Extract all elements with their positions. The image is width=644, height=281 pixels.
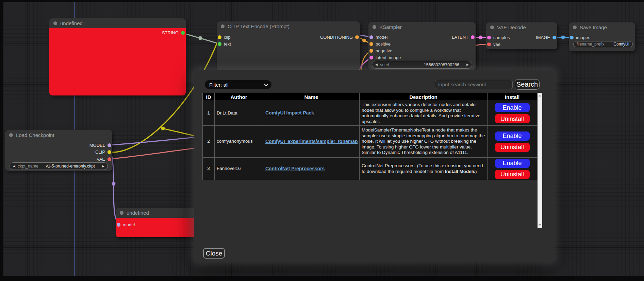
search-button[interactable]: Search xyxy=(515,79,540,90)
seed-widget-label: seed xyxy=(380,63,389,67)
extension-id: 3 xyxy=(203,158,215,180)
wire-dot-blue[interactable] xyxy=(561,36,565,39)
scrollbar-up-arrow[interactable] xyxy=(538,93,542,98)
table-scrollbar[interactable] xyxy=(538,93,542,228)
node-ksampler[interactable]: KSampler model positive negative latent_… xyxy=(368,22,476,70)
text-input-dot[interactable] xyxy=(218,42,221,46)
clip-output-dot[interactable] xyxy=(108,150,111,154)
seed-widget[interactable]: ◀ seed 156680208700286 ▶ xyxy=(372,61,472,69)
output-slot-model[interactable]: MODEL xyxy=(89,142,111,148)
ckpt-name-widget[interactable]: ◀ ckpt_name v1-5-pruned-emaonly.ckpt ▶ xyxy=(10,162,108,170)
clip-input-dot[interactable] xyxy=(218,35,221,39)
node-collapse-dot[interactable] xyxy=(221,24,225,28)
negative-input-dot[interactable] xyxy=(369,49,373,53)
extension-author: comfyanonymous xyxy=(215,126,263,158)
conditioning-output-dot[interactable] xyxy=(355,35,359,39)
input-slot-samples[interactable]: samples xyxy=(487,34,510,41)
extension-manager-dialog: Filter: all Search IDAuthorNameDescripti… xyxy=(194,70,555,262)
table-header-row: IDAuthorNameDescriptionInstall xyxy=(203,93,537,101)
extension-link[interactable]: ComfyUI Impact Pack xyxy=(265,110,314,116)
input-slot-images[interactable]: images xyxy=(570,34,590,41)
ckpt-name-value: v1-5-pruned-emaonly.ckpt xyxy=(41,164,100,169)
wire-dot-purple[interactable] xyxy=(112,182,116,186)
enable-button[interactable]: Enable xyxy=(495,103,530,112)
vae-output-dot[interactable] xyxy=(108,157,111,161)
model-input-dot[interactable] xyxy=(117,223,120,227)
output-slot-conditioning[interactable]: CONDITIONING xyxy=(320,34,359,40)
seed-increment-arrow[interactable]: ▶ xyxy=(466,63,469,66)
missing-node-body xyxy=(49,28,186,95)
extension-row: 3Fannovel16ControlNet PreprocessorsContr… xyxy=(203,158,537,180)
seed-decrement-arrow[interactable]: ◀ xyxy=(375,63,378,66)
extension-link[interactable]: ComfyUI_experiments/sampler_tonemap xyxy=(265,139,358,144)
close-button[interactable]: Close xyxy=(203,248,225,259)
output-slot-clip[interactable]: CLIP xyxy=(95,148,111,155)
uninstall-button[interactable]: Uninstall xyxy=(495,143,530,152)
output-slot-string[interactable]: STRING xyxy=(162,29,185,36)
output-slot-vae[interactable]: VAE xyxy=(97,156,111,162)
enable-button[interactable]: Enable xyxy=(495,159,530,168)
node-collapse-dot[interactable] xyxy=(9,133,13,137)
positive-input-dot[interactable] xyxy=(369,42,373,46)
input-slot-vae[interactable]: vae xyxy=(487,41,500,48)
filename-prefix-widget[interactable]: filename_prefix ComfyUI xyxy=(573,41,633,47)
model-output-dot[interactable] xyxy=(108,143,111,147)
latent-output-dot[interactable] xyxy=(471,35,475,39)
input-slot-text[interactable]: text xyxy=(218,40,231,47)
latent-image-input-dot[interactable] xyxy=(369,56,373,59)
string-output-dot[interactable] xyxy=(181,31,185,35)
node-collapse-dot[interactable] xyxy=(573,25,577,29)
images-input-dot[interactable] xyxy=(570,36,574,39)
scrollbar-down-arrow[interactable] xyxy=(538,223,542,227)
seed-widget-value: 156680208700286 xyxy=(424,63,459,67)
input-slot-model[interactable]: model xyxy=(369,34,387,40)
output-slot-latent[interactable]: LATENT xyxy=(452,34,475,40)
node-undefined-top[interactable]: undefined STRING xyxy=(49,18,186,95)
node-collapse-dot[interactable] xyxy=(53,21,57,25)
extensions-table-area: IDAuthorNameDescriptionInstall 1Dr.Lt.Da… xyxy=(202,93,542,228)
input-slot-clip[interactable]: clip xyxy=(218,34,231,40)
extension-description: ModelSamplerTonemapNoiseTest a node that… xyxy=(360,126,488,158)
input-slot-latent-image[interactable]: latent_image xyxy=(369,54,401,61)
extension-description: This extension offers various detector n… xyxy=(360,101,488,126)
node-save-image[interactable]: Save Image images filename_prefix ComfyU… xyxy=(569,22,635,51)
ckpt-prev-arrow[interactable]: ◀ xyxy=(13,165,15,168)
node-collapse-dot[interactable] xyxy=(120,211,123,215)
uninstall-button[interactable]: Uninstall xyxy=(495,170,530,179)
node-title: VAE Decode xyxy=(497,24,526,30)
samples-input-dot[interactable] xyxy=(487,36,491,39)
extension-link[interactable]: ControlNet Preprocessors xyxy=(265,166,325,171)
node-vae-decode[interactable]: VAE Decode samples vae IMAGE xyxy=(486,22,557,49)
search-input[interactable] xyxy=(435,80,513,89)
extensions-table-body: 1Dr.Lt.DataComfyUI Impact PackThis exten… xyxy=(203,101,537,180)
image-output-dot[interactable] xyxy=(552,36,556,39)
node-title: undefined xyxy=(60,20,83,26)
extension-author: Fannovel16 xyxy=(215,158,263,180)
wire-dot-yellow[interactable] xyxy=(161,127,165,130)
extension-row: 1Dr.Lt.DataComfyUI Impact PackThis exten… xyxy=(203,101,537,126)
uninstall-button[interactable]: Uninstall xyxy=(495,114,530,123)
node-undefined-bottom[interactable]: undefined model xyxy=(116,208,196,237)
column-header-install: Install xyxy=(488,93,537,101)
node-clip-text-encode[interactable]: CLIP Text Encode (Prompt) clip text COND… xyxy=(217,21,360,71)
enable-button[interactable]: Enable xyxy=(495,131,530,141)
wire-dot-gray[interactable] xyxy=(199,36,202,40)
ckpt-next-arrow[interactable]: ▶ xyxy=(102,165,104,168)
input-slot-model[interactable]: model xyxy=(117,221,135,228)
vae-input-dot[interactable] xyxy=(487,42,491,46)
model-input-dot[interactable] xyxy=(369,35,373,39)
input-slot-positive[interactable]: positive xyxy=(369,40,391,47)
filter-select[interactable]: Filter: all xyxy=(205,80,271,89)
wire-dot-pink[interactable] xyxy=(479,36,483,39)
extension-install-cell: EnableUninstall xyxy=(488,101,537,126)
comfyui-canvas[interactable]: undefined STRING CLIP Text Encode (Promp… xyxy=(0,0,644,281)
column-header-author: Author xyxy=(215,93,263,101)
node-collapse-dot[interactable] xyxy=(490,25,494,29)
wire-dot-orange[interactable] xyxy=(362,39,366,42)
input-slot-negative[interactable]: negative xyxy=(369,47,392,54)
node-title: CLIP Text Encode (Prompt) xyxy=(228,23,290,29)
node-load-checkpoint[interactable]: Load Checkpoint MODEL CLIP VAE ◀ ckpt_na… xyxy=(5,130,112,171)
column-header-description: Description xyxy=(360,93,488,101)
output-slot-image[interactable]: IMAGE xyxy=(536,34,556,41)
node-collapse-dot[interactable] xyxy=(373,25,376,29)
